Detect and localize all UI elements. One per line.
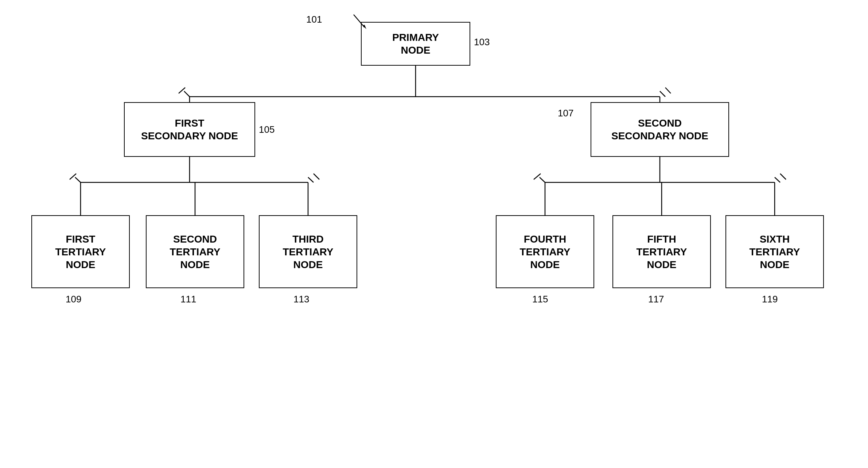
svg-line-13 xyxy=(75,177,81,182)
svg-marker-27 xyxy=(363,25,366,29)
third-tertiary-node: THIRD TERTIARY NODE xyxy=(259,215,357,288)
svg-line-14 xyxy=(70,174,76,179)
ref-117-label: 117 xyxy=(648,294,664,305)
first-tertiary-node: FIRST TERTIARY NODE xyxy=(31,215,130,288)
svg-line-24 xyxy=(775,177,780,182)
ref-115-label: 115 xyxy=(532,294,548,305)
svg-line-25 xyxy=(780,174,786,179)
ref-113-label: 113 xyxy=(293,294,309,305)
ref-103-label: 103 xyxy=(474,36,490,48)
svg-line-6 xyxy=(660,91,665,97)
primary-node: PRIMARY NODE xyxy=(361,22,470,66)
svg-line-26 xyxy=(354,15,365,27)
second-tertiary-node: SECOND TERTIARY NODE xyxy=(146,215,244,288)
svg-line-7 xyxy=(665,88,671,93)
diagram: PRIMARY NODE 101 103 FIRST SECONDARY NOD… xyxy=(0,0,868,468)
second-secondary-node: SECOND SECONDARY NODE xyxy=(591,102,729,157)
svg-line-23 xyxy=(534,174,541,179)
ref-111-label: 111 xyxy=(180,294,196,305)
sixth-tertiary-node: SIXTH TERTIARY NODE xyxy=(725,215,824,288)
svg-line-5 xyxy=(179,88,185,93)
first-secondary-node: FIRST SECONDARY NODE xyxy=(124,102,255,157)
fifth-tertiary-node: FIFTH TERTIARY NODE xyxy=(612,215,711,288)
svg-line-4 xyxy=(184,91,190,97)
ref-101-arrow xyxy=(310,11,368,33)
ref-119-label: 119 xyxy=(762,294,778,305)
fourth-tertiary-node: FOURTH TERTIARY NODE xyxy=(496,215,594,288)
svg-line-16 xyxy=(314,174,319,179)
ref-107-label: 107 xyxy=(558,108,573,119)
svg-line-15 xyxy=(308,177,314,182)
svg-line-22 xyxy=(540,177,545,182)
ref-109-label: 109 xyxy=(66,294,81,305)
ref-105-label: 105 xyxy=(259,124,275,135)
